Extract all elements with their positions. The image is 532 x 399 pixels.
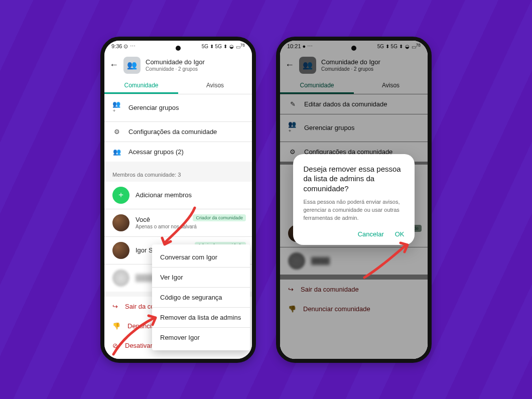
ctx-remove-admin[interactable]: Remover da lista de admins xyxy=(152,307,250,327)
avatar xyxy=(112,242,129,259)
community-header: ← 👥 Comunidade do Igor Comunidade · 2 gr… xyxy=(104,53,252,77)
member-context-menu: Conversar com Igor Ver Igor Código de se… xyxy=(152,244,250,350)
row-manage-groups[interactable]: 👥⁺ Gerenciar grupos xyxy=(104,94,252,121)
community-avatar-icon: 👥 xyxy=(123,57,141,74)
exit-icon: ↪ xyxy=(112,303,118,310)
confirm-dialog: Deseja remover essa pessoa da lista de a… xyxy=(293,154,414,245)
members-count: Membros da comunidade: 3 xyxy=(104,165,252,182)
ctx-security-code[interactable]: Código de segurança xyxy=(152,287,250,307)
annotation-arrow-icon xyxy=(109,314,160,357)
tab-notices[interactable]: Avisos xyxy=(178,77,252,94)
dialog-cancel-button[interactable]: Cancelar xyxy=(358,230,384,238)
community-title: Comunidade do Igor xyxy=(146,58,205,66)
ctx-remove[interactable]: Remover Igor xyxy=(152,327,250,347)
row-add-member[interactable]: ＋ Adicionar membros xyxy=(104,182,252,209)
status-bar: 9:36 ⊙ ⋯ 5G ⬍ 5G ⬍ ◒ ▭78 xyxy=(104,41,252,53)
avatar xyxy=(112,270,129,287)
dialog-body: Essa pessoa não poderá enviar avisos, ge… xyxy=(303,198,404,222)
row-access-groups[interactable]: 👥 Acessar grupos (2) xyxy=(104,142,252,162)
phone-left: 9:36 ⊙ ⋯ 5G ⬍ 5G ⬍ ◒ ▭78 ← 👥 Comunidade … xyxy=(100,37,256,363)
tab-community[interactable]: Comunidade xyxy=(104,77,178,94)
tabs: Comunidade Avisos xyxy=(104,77,252,94)
avatar xyxy=(112,214,129,231)
battery-icon: ▭78 xyxy=(236,43,245,50)
wifi-icon: ◒ xyxy=(229,44,234,49)
phone-right: 10:21 ● ⋯ 5G ⬍ 5G ⬍ ◒ ▭78 ← 👥 Comunidade… xyxy=(276,37,432,363)
dialog-title: Deseja remover essa pessoa da lista de a… xyxy=(303,164,404,194)
back-icon[interactable]: ← xyxy=(109,60,118,70)
people-icon: 👥 xyxy=(112,148,121,156)
plus-icon: ＋ xyxy=(112,187,129,204)
row-settings[interactable]: ⚙ Configurações da comunidade xyxy=(104,121,252,142)
annotation-arrow-icon xyxy=(360,241,411,282)
annotation-arrow-icon xyxy=(160,205,200,250)
community-subtitle: Comunidade · 2 grupos xyxy=(146,66,205,72)
ctx-view[interactable]: Ver Igor xyxy=(152,267,250,287)
dialog-backdrop: Deseja remover essa pessoa da lista de a… xyxy=(280,41,428,359)
gear-icon: ⚙ xyxy=(112,128,121,136)
status-net: 5G ⬍ 5G ⬍ ◒ ▭78 xyxy=(202,43,245,50)
people-admin-icon: 👥⁺ xyxy=(112,100,121,115)
creator-badge: Criador da comunidade xyxy=(193,214,246,221)
status-time: 9:36 ⊙ ⋯ xyxy=(111,43,136,50)
dialog-ok-button[interactable]: OK xyxy=(395,230,405,238)
